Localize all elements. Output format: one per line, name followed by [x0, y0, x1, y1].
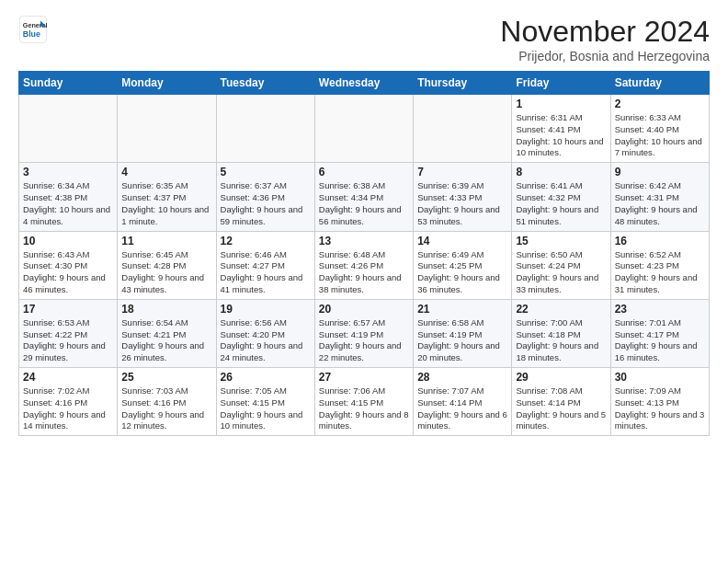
day-number: 11 — [121, 235, 211, 247]
calendar-day-cell: 6Sunrise: 6:38 AM Sunset: 4:34 PM Daylig… — [314, 163, 413, 231]
day-number: 6 — [319, 166, 409, 178]
calendar-week-row: 1Sunrise: 6:31 AM Sunset: 4:41 PM Daylig… — [19, 95, 710, 163]
day-info: Sunrise: 7:07 AM Sunset: 4:14 PM Dayligh… — [417, 385, 507, 432]
calendar-day-cell: 29Sunrise: 7:08 AM Sunset: 4:14 PM Dayli… — [512, 368, 610, 436]
day-number: 9 — [615, 166, 705, 178]
day-number: 19 — [221, 303, 311, 316]
calendar-day-cell: 16Sunrise: 6:52 AM Sunset: 4:23 PM Dayli… — [610, 231, 709, 299]
calendar-day-cell: 17Sunrise: 6:53 AM Sunset: 4:22 PM Dayli… — [19, 299, 118, 367]
day-number: 23 — [615, 303, 705, 316]
day-info: Sunrise: 6:31 AM Sunset: 4:41 PM Dayligh… — [516, 112, 606, 159]
calendar-day-cell: 12Sunrise: 6:46 AM Sunset: 4:27 PM Dayli… — [216, 231, 314, 299]
calendar-day-cell — [314, 95, 413, 163]
day-info: Sunrise: 7:06 AM Sunset: 4:15 PM Dayligh… — [319, 385, 409, 432]
day-number: 21 — [417, 303, 507, 316]
logo-icon: General Blue — [18, 15, 48, 44]
calendar-day-cell: 20Sunrise: 6:57 AM Sunset: 4:19 PM Dayli… — [314, 299, 413, 367]
day-number: 26 — [221, 371, 311, 384]
calendar-table: SundayMondayTuesdayWednesdayThursdayFrid… — [18, 71, 710, 436]
calendar-day-cell: 14Sunrise: 6:49 AM Sunset: 4:25 PM Dayli… — [414, 231, 512, 299]
calendar-day-cell: 19Sunrise: 6:56 AM Sunset: 4:20 PM Dayli… — [216, 299, 314, 367]
day-number: 10 — [23, 235, 113, 247]
svg-text:Blue: Blue — [23, 29, 40, 39]
calendar-day-cell: 8Sunrise: 6:41 AM Sunset: 4:32 PM Daylig… — [512, 163, 610, 231]
day-number: 1 — [516, 98, 606, 110]
calendar-day-cell: 23Sunrise: 7:01 AM Sunset: 4:17 PM Dayli… — [610, 299, 709, 367]
day-info: Sunrise: 6:34 AM Sunset: 4:38 PM Dayligh… — [23, 180, 113, 227]
calendar-day-cell: 25Sunrise: 7:03 AM Sunset: 4:16 PM Dayli… — [118, 368, 216, 436]
day-number: 17 — [23, 303, 113, 316]
calendar-day-cell: 30Sunrise: 7:09 AM Sunset: 4:13 PM Dayli… — [610, 368, 709, 436]
calendar-day-cell: 24Sunrise: 7:02 AM Sunset: 4:16 PM Dayli… — [19, 368, 118, 436]
day-number: 7 — [417, 166, 507, 178]
calendar-day-cell: 18Sunrise: 6:54 AM Sunset: 4:21 PM Dayli… — [118, 299, 216, 367]
calendar-day-cell: 3Sunrise: 6:34 AM Sunset: 4:38 PM Daylig… — [19, 163, 118, 231]
calendar-week-row: 3Sunrise: 6:34 AM Sunset: 4:38 PM Daylig… — [19, 163, 710, 231]
calendar-day-cell — [19, 95, 118, 163]
calendar-day-cell — [118, 95, 216, 163]
location: Prijedor, Bosnia and Herzegovina — [500, 49, 710, 63]
day-info: Sunrise: 6:56 AM Sunset: 4:20 PM Dayligh… — [221, 317, 311, 364]
day-info: Sunrise: 6:37 AM Sunset: 4:36 PM Dayligh… — [221, 180, 311, 227]
day-info: Sunrise: 6:42 AM Sunset: 4:31 PM Dayligh… — [615, 180, 705, 227]
day-info: Sunrise: 6:53 AM Sunset: 4:22 PM Dayligh… — [23, 317, 113, 364]
day-info: Sunrise: 7:02 AM Sunset: 4:16 PM Dayligh… — [23, 385, 113, 432]
day-number: 15 — [516, 235, 606, 247]
day-number: 18 — [121, 303, 211, 316]
calendar-day-cell: 2Sunrise: 6:33 AM Sunset: 4:40 PM Daylig… — [610, 95, 709, 163]
calendar-day-cell: 21Sunrise: 6:58 AM Sunset: 4:19 PM Dayli… — [414, 299, 512, 367]
calendar-day-cell — [216, 95, 314, 163]
day-number: 25 — [121, 371, 211, 384]
calendar-day-cell: 4Sunrise: 6:35 AM Sunset: 4:37 PM Daylig… — [118, 163, 216, 231]
calendar-day-cell: 11Sunrise: 6:45 AM Sunset: 4:28 PM Dayli… — [118, 231, 216, 299]
day-info: Sunrise: 6:49 AM Sunset: 4:25 PM Dayligh… — [417, 249, 507, 296]
day-of-week-header: Tuesday — [216, 72, 314, 95]
calendar-day-cell — [414, 95, 512, 163]
day-number: 13 — [319, 235, 409, 247]
calendar-day-cell: 7Sunrise: 6:39 AM Sunset: 4:33 PM Daylig… — [414, 163, 512, 231]
title-block: November 2024 Prijedor, Bosnia and Herze… — [500, 15, 710, 63]
day-info: Sunrise: 6:35 AM Sunset: 4:37 PM Dayligh… — [121, 180, 211, 227]
calendar-day-cell: 28Sunrise: 7:07 AM Sunset: 4:14 PM Dayli… — [414, 368, 512, 436]
day-of-week-header: Wednesday — [314, 72, 413, 95]
day-number: 12 — [221, 235, 311, 247]
day-number: 16 — [615, 235, 705, 247]
page: General Blue November 2024 Prijedor, Bos… — [0, 0, 728, 451]
day-info: Sunrise: 7:00 AM Sunset: 4:18 PM Dayligh… — [516, 317, 606, 364]
day-number: 20 — [319, 303, 409, 316]
day-number: 29 — [516, 371, 606, 384]
day-info: Sunrise: 6:46 AM Sunset: 4:27 PM Dayligh… — [221, 249, 311, 296]
calendar-header-row: SundayMondayTuesdayWednesdayThursdayFrid… — [19, 72, 710, 95]
day-number: 5 — [221, 166, 311, 178]
day-number: 27 — [319, 371, 409, 384]
day-info: Sunrise: 6:58 AM Sunset: 4:19 PM Dayligh… — [417, 317, 507, 364]
header: General Blue November 2024 Prijedor, Bos… — [18, 15, 710, 63]
day-number: 2 — [615, 98, 705, 110]
day-info: Sunrise: 6:57 AM Sunset: 4:19 PM Dayligh… — [319, 317, 409, 364]
day-number: 14 — [417, 235, 507, 247]
day-number: 30 — [615, 371, 705, 384]
calendar-day-cell: 22Sunrise: 7:00 AM Sunset: 4:18 PM Dayli… — [512, 299, 610, 367]
day-of-week-header: Thursday — [414, 72, 512, 95]
day-info: Sunrise: 6:43 AM Sunset: 4:30 PM Dayligh… — [23, 249, 113, 296]
calendar-day-cell: 9Sunrise: 6:42 AM Sunset: 4:31 PM Daylig… — [610, 163, 709, 231]
day-info: Sunrise: 6:45 AM Sunset: 4:28 PM Dayligh… — [121, 249, 211, 296]
day-info: Sunrise: 6:39 AM Sunset: 4:33 PM Dayligh… — [417, 180, 507, 227]
day-number: 4 — [121, 166, 211, 178]
day-info: Sunrise: 6:33 AM Sunset: 4:40 PM Dayligh… — [615, 112, 705, 159]
calendar-day-cell: 26Sunrise: 7:05 AM Sunset: 4:15 PM Dayli… — [216, 368, 314, 436]
day-number: 3 — [23, 166, 113, 178]
day-info: Sunrise: 6:50 AM Sunset: 4:24 PM Dayligh… — [516, 249, 606, 296]
day-info: Sunrise: 7:05 AM Sunset: 4:15 PM Dayligh… — [221, 385, 311, 432]
day-number: 22 — [516, 303, 606, 316]
day-of-week-header: Saturday — [610, 72, 709, 95]
calendar-day-cell: 5Sunrise: 6:37 AM Sunset: 4:36 PM Daylig… — [216, 163, 314, 231]
calendar-week-row: 10Sunrise: 6:43 AM Sunset: 4:30 PM Dayli… — [19, 231, 710, 299]
day-info: Sunrise: 6:48 AM Sunset: 4:26 PM Dayligh… — [319, 249, 409, 296]
calendar-week-row: 24Sunrise: 7:02 AM Sunset: 4:16 PM Dayli… — [19, 368, 710, 436]
month-title: November 2024 — [500, 15, 710, 49]
calendar-day-cell: 15Sunrise: 6:50 AM Sunset: 4:24 PM Dayli… — [512, 231, 610, 299]
day-of-week-header: Monday — [118, 72, 216, 95]
day-number: 8 — [516, 166, 606, 178]
day-number: 24 — [23, 371, 113, 384]
